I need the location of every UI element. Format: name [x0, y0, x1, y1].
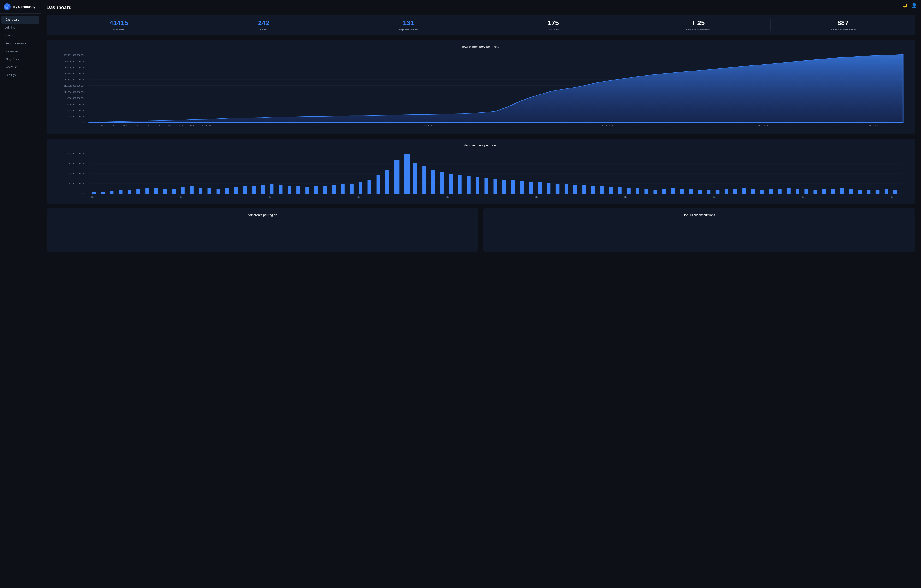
svg-rect-65	[208, 188, 211, 193]
sidebar-item-messages[interactable]: Messages	[2, 47, 39, 55]
svg-text:2024: 2024	[867, 125, 880, 127]
area-chart: 22,000 20,000 18,000 16,000 14,000 12,00…	[51, 52, 910, 129]
svg-rect-117	[671, 188, 675, 193]
adherents-par-region-chart: Adhérents par région	[47, 208, 478, 252]
svg-rect-58	[145, 188, 149, 193]
svg-text:2020: 2020	[200, 125, 213, 127]
sidebar-item-settings[interactable]: Settings	[2, 71, 39, 79]
svg-rect-89	[422, 166, 426, 193]
svg-rect-121	[707, 190, 710, 193]
svg-text:4,000: 4,000	[67, 109, 84, 112]
sidebar-header: My Community	[0, 0, 41, 14]
svg-text:18,000: 18,000	[63, 66, 84, 68]
stat-countries-value: 175	[481, 19, 625, 27]
svg-rect-93	[458, 175, 462, 193]
svg-rect-68	[234, 187, 238, 193]
svg-text:N: N	[190, 125, 194, 127]
svg-rect-52	[92, 192, 96, 193]
svg-rect-122	[716, 190, 719, 193]
svg-rect-73	[279, 185, 282, 193]
svg-rect-132	[804, 190, 808, 193]
svg-text:1: 1	[890, 196, 894, 198]
svg-rect-88	[413, 163, 417, 193]
svg-rect-114	[644, 189, 648, 193]
stat-active-label: Active members/month	[771, 28, 915, 31]
svg-rect-136	[840, 188, 844, 193]
svg-rect-124	[734, 189, 737, 193]
svg-rect-109	[600, 186, 604, 193]
svg-text:1: 1	[268, 196, 272, 198]
svg-rect-107	[583, 185, 586, 193]
svg-rect-111	[618, 187, 622, 193]
stat-cities: 242 Cities	[191, 19, 336, 31]
svg-rect-54	[110, 191, 114, 193]
svg-rect-128	[769, 189, 773, 193]
svg-text:S: S	[168, 125, 172, 127]
svg-text:6,000: 6,000	[67, 103, 84, 106]
top-circonscriptions-chart: Top 10 circonscriptions	[483, 208, 915, 252]
svg-rect-96	[485, 179, 488, 193]
moon-icon[interactable]: 🌙	[903, 3, 907, 8]
stat-cities-label: Cities	[191, 28, 336, 31]
stat-new-members-label: New members/week	[626, 28, 770, 31]
svg-rect-142	[893, 190, 897, 193]
svg-rect-120	[698, 190, 701, 193]
stats-bar: 41415 Members 242 Cities 131 Representat…	[47, 15, 915, 35]
svg-text:2,000: 2,000	[67, 172, 84, 175]
svg-rect-110	[609, 187, 613, 193]
svg-rect-129	[778, 189, 781, 193]
svg-text:22,000: 22,000	[63, 54, 84, 56]
stat-representatives: 131 Representatives	[336, 19, 481, 31]
svg-rect-116	[662, 189, 666, 193]
svg-rect-118	[680, 189, 684, 193]
svg-rect-126	[751, 189, 755, 193]
stat-cities-value: 242	[191, 19, 336, 27]
svg-text:16,000: 16,000	[63, 72, 84, 75]
stat-reps-value: 131	[336, 19, 481, 27]
svg-rect-55	[119, 190, 122, 193]
svg-rect-77	[314, 186, 318, 193]
svg-rect-91	[440, 172, 444, 193]
svg-rect-80	[341, 184, 344, 193]
svg-text:1: 1	[179, 196, 183, 198]
svg-rect-131	[796, 189, 799, 193]
svg-rect-86	[394, 161, 400, 193]
svg-text:M: M	[123, 125, 128, 127]
sidebar-item-announcements[interactable]: Announcements	[2, 39, 39, 47]
svg-rect-137	[849, 189, 853, 193]
svg-rect-108	[591, 185, 595, 193]
sidebar-item-users[interactable]: Users	[2, 32, 39, 39]
svg-rect-81	[350, 184, 353, 193]
svg-point-2	[7, 6, 8, 7]
stat-members: 41415 Members	[47, 19, 191, 31]
svg-rect-125	[742, 188, 746, 193]
svg-rect-83	[368, 180, 371, 193]
svg-rect-85	[386, 170, 389, 193]
stat-members-value: 41415	[47, 19, 191, 27]
svg-text:1: 1	[623, 196, 627, 198]
svg-rect-82	[358, 182, 362, 193]
sidebar: My Community Dashboard Admins Users Anno…	[0, 0, 41, 588]
svg-rect-106	[573, 185, 577, 193]
bar-chart-container: New members per month 4,000 3,000 2,000 …	[47, 139, 915, 204]
svg-text:20,000: 20,000	[63, 60, 84, 62]
sidebar-item-blog-posts[interactable]: Blog Posts	[2, 55, 39, 63]
app-title: My Community	[13, 5, 35, 9]
stat-new-members-value: + 25	[626, 19, 770, 27]
svg-rect-97	[493, 179, 497, 193]
sidebar-item-admins[interactable]: Admins	[2, 24, 39, 31]
svg-text:0: 0	[80, 121, 84, 124]
sidebar-item-dashboard[interactable]: Dashboard	[2, 16, 39, 23]
svg-rect-87	[404, 154, 410, 193]
svg-rect-70	[252, 185, 255, 193]
main-content: Dashboard 41415 Members 242 Cities 131 R…	[41, 0, 921, 588]
svg-text:8,000: 8,000	[67, 97, 84, 99]
svg-rect-105	[565, 184, 568, 193]
user-avatar[interactable]: 👤	[911, 2, 917, 8]
stat-active-members: 887 Active members/month	[771, 19, 915, 31]
svg-rect-139	[867, 190, 871, 193]
svg-rect-95	[476, 177, 479, 193]
stat-new-members: + 25 New members/week	[626, 19, 771, 31]
sidebar-item-revenue[interactable]: Revenue	[2, 63, 39, 71]
svg-rect-141	[885, 189, 888, 193]
